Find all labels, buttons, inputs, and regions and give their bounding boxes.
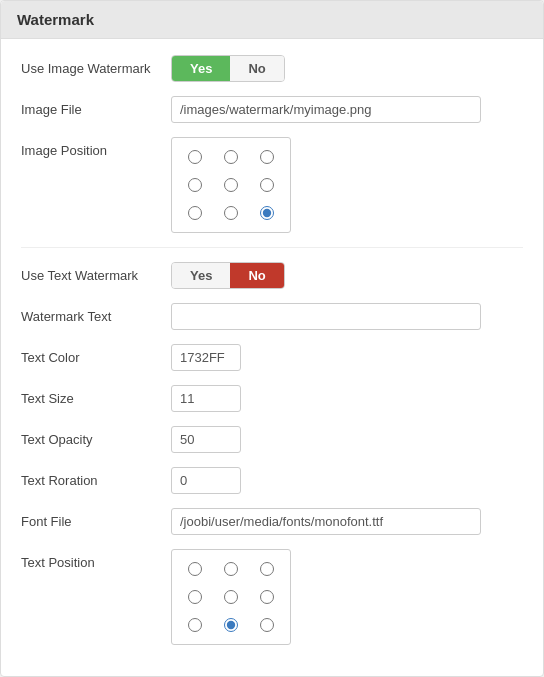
watermark-text-label: Watermark Text — [21, 303, 171, 324]
image-pos-bottom-center[interactable] — [222, 204, 240, 222]
text-pos-middle-right[interactable] — [258, 588, 276, 606]
panel-body: Use Image Watermark Yes No Image File Im… — [1, 39, 543, 675]
panel-title: Watermark — [1, 1, 543, 39]
text-opacity-row: Text Opacity — [21, 426, 523, 453]
text-grid-row-1 — [186, 560, 276, 578]
text-position-control — [171, 549, 523, 645]
use-image-watermark-row: Use Image Watermark Yes No — [21, 55, 523, 82]
text-position-label: Text Position — [21, 549, 171, 570]
image-grid-row-2 — [186, 176, 276, 194]
image-pos-top-center[interactable] — [222, 148, 240, 166]
image-position-label: Image Position — [21, 137, 171, 158]
text-position-grid — [171, 549, 291, 645]
image-pos-middle-left[interactable] — [186, 176, 204, 194]
watermark-text-input[interactable] — [171, 303, 481, 330]
image-position-control — [171, 137, 523, 233]
image-pos-bottom-left[interactable] — [186, 204, 204, 222]
image-pos-top-right[interactable] — [258, 148, 276, 166]
text-pos-top-right[interactable] — [258, 560, 276, 578]
image-position-grid — [171, 137, 291, 233]
watermark-text-row: Watermark Text — [21, 303, 523, 330]
text-pos-middle-center[interactable] — [222, 588, 240, 606]
text-watermark-toggle: Yes No — [171, 262, 285, 289]
section-divider — [21, 247, 523, 248]
text-opacity-input[interactable] — [171, 426, 241, 453]
text-opacity-label: Text Opacity — [21, 426, 171, 447]
image-pos-top-left[interactable] — [186, 148, 204, 166]
text-size-row: Text Size — [21, 385, 523, 412]
text-pos-bottom-left[interactable] — [186, 616, 204, 634]
use-text-watermark-control: Yes No — [171, 262, 523, 289]
text-rotation-input[interactable] — [171, 467, 241, 494]
text-rotation-row: Text Roration — [21, 467, 523, 494]
text-size-label: Text Size — [21, 385, 171, 406]
text-pos-bottom-center[interactable] — [222, 616, 240, 634]
font-file-input[interactable] — [171, 508, 481, 535]
text-rotation-label: Text Roration — [21, 467, 171, 488]
text-pos-bottom-right[interactable] — [258, 616, 276, 634]
image-file-control — [171, 96, 523, 123]
text-size-control — [171, 385, 523, 412]
image-pos-bottom-right[interactable] — [258, 204, 276, 222]
image-grid-row-1 — [186, 148, 276, 166]
image-watermark-no-button[interactable]: No — [230, 56, 283, 81]
text-grid-row-2 — [186, 588, 276, 606]
text-grid-row-3 — [186, 616, 276, 634]
text-color-input[interactable] — [171, 344, 241, 371]
text-color-row: Text Color — [21, 344, 523, 371]
use-text-watermark-row: Use Text Watermark Yes No — [21, 262, 523, 289]
text-position-row: Text Position — [21, 549, 523, 645]
use-image-watermark-control: Yes No — [171, 55, 523, 82]
text-pos-top-left[interactable] — [186, 560, 204, 578]
text-size-input[interactable] — [171, 385, 241, 412]
text-rotation-control — [171, 467, 523, 494]
image-position-row: Image Position — [21, 137, 523, 233]
watermark-panel: Watermark Use Image Watermark Yes No Ima… — [0, 0, 544, 677]
image-file-input[interactable] — [171, 96, 481, 123]
watermark-text-control — [171, 303, 523, 330]
text-opacity-control — [171, 426, 523, 453]
text-watermark-no-button[interactable]: No — [230, 263, 283, 288]
font-file-label: Font File — [21, 508, 171, 529]
use-text-watermark-label: Use Text Watermark — [21, 262, 171, 283]
font-file-row: Font File — [21, 508, 523, 535]
image-file-label: Image File — [21, 96, 171, 117]
image-file-row: Image File — [21, 96, 523, 123]
image-pos-middle-right[interactable] — [258, 176, 276, 194]
text-color-control — [171, 344, 523, 371]
font-file-control — [171, 508, 523, 535]
use-image-watermark-label: Use Image Watermark — [21, 55, 171, 76]
text-pos-middle-left[interactable] — [186, 588, 204, 606]
image-watermark-yes-button[interactable]: Yes — [172, 56, 230, 81]
text-pos-top-center[interactable] — [222, 560, 240, 578]
image-pos-middle-center[interactable] — [222, 176, 240, 194]
text-color-label: Text Color — [21, 344, 171, 365]
text-watermark-yes-button[interactable]: Yes — [172, 263, 230, 288]
image-grid-row-3 — [186, 204, 276, 222]
image-watermark-toggle: Yes No — [171, 55, 285, 82]
